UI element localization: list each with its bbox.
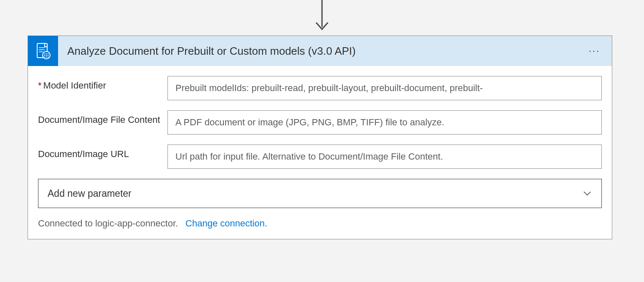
svg-point-10 (46, 55, 47, 56)
chevron-down-icon (582, 188, 592, 198)
flow-arrow (314, 0, 330, 36)
add-parameter-dropdown[interactable]: Add new parameter (38, 179, 602, 208)
url-label: Document/Image URL (38, 145, 167, 160)
svg-point-12 (44, 57, 45, 58)
svg-point-8 (48, 53, 48, 54)
form-recognizer-icon (28, 36, 58, 66)
connected-text: Connected to logic-app-connector. (38, 218, 178, 229)
svg-point-9 (44, 55, 45, 56)
svg-point-7 (46, 53, 47, 54)
svg-point-13 (46, 57, 47, 58)
svg-point-6 (44, 53, 45, 54)
svg-point-11 (48, 55, 48, 56)
field-row-file-content: Document/Image File Content (38, 110, 602, 135)
connection-footer: Connected to logic-app-connector. Change… (38, 218, 602, 233)
field-row-url: Document/Image URL (38, 145, 602, 169)
more-options-button[interactable]: ··· (577, 46, 612, 56)
action-card-header[interactable]: Analyze Document for Prebuilt or Custom … (28, 36, 612, 66)
change-connection-link[interactable]: Change connection. (185, 218, 267, 229)
svg-point-14 (48, 57, 48, 58)
file-content-label: Document/Image File Content (38, 110, 167, 125)
model-identifier-input[interactable] (167, 76, 602, 100)
field-row-model-identifier: *Model Identifier (38, 76, 602, 100)
action-card: Analyze Document for Prebuilt or Custom … (28, 36, 612, 239)
add-parameter-label: Add new parameter (48, 188, 582, 199)
action-card-body: *Model Identifier Document/Image File Co… (28, 66, 612, 239)
model-identifier-label: *Model Identifier (38, 76, 167, 91)
action-title: Analyze Document for Prebuilt or Custom … (58, 45, 577, 58)
url-input[interactable] (167, 145, 602, 169)
file-content-input[interactable] (167, 110, 602, 135)
required-asterisk: * (38, 80, 42, 91)
